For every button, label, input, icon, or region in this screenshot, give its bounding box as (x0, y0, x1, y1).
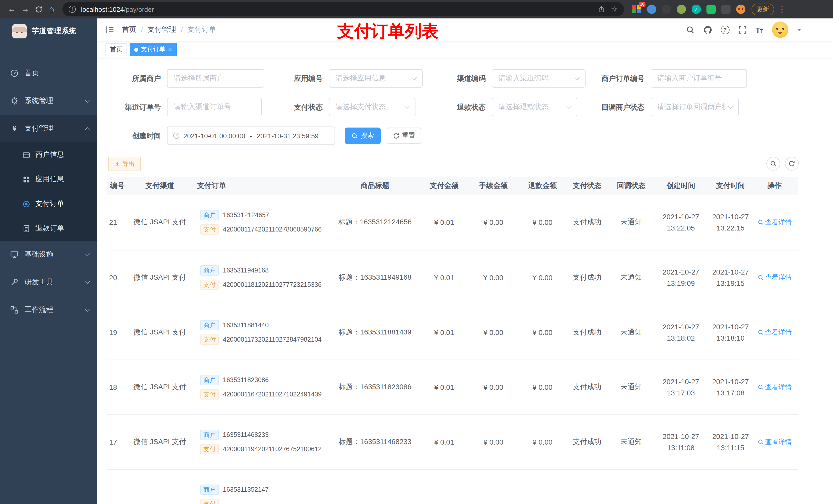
merchant-tag: 商户 (200, 484, 219, 495)
github-icon[interactable] (703, 25, 712, 34)
tags-view-bar: 首页 支付订单× (97, 41, 833, 58)
extension-dark-circle-icon[interactable] (662, 5, 671, 14)
sidebar-item-system[interactable]: 系统管理 (0, 87, 97, 115)
breadcrumb-pay-manage[interactable]: 支付管理 (147, 25, 176, 34)
export-button[interactable]: 导出 (108, 157, 141, 171)
sidebar-item-label: 工作流程 (25, 305, 53, 314)
app-title: 芋道管理系统 (32, 27, 76, 36)
sidebar-item-label: 退款订单 (35, 224, 64, 233)
callback-status-select[interactable]: 请选择订单回调商户状态 (651, 98, 739, 116)
table-row: 19 微信 JSAPI 支付 商户1635311881440支付42000011… (107, 305, 798, 360)
pay-transaction-no: 4200001167202110271022491439 (223, 390, 322, 398)
gear-icon (10, 97, 19, 105)
pay-tag: 支付 (200, 444, 219, 454)
pay-amount-cell: ¥ 0.01 (423, 360, 466, 414)
column-header-4: 支付金额 (423, 177, 466, 195)
pay-status-cell: 支付成功 (564, 250, 610, 305)
chevron-down-icon (85, 97, 90, 102)
browser-back-icon[interactable]: ← (5, 3, 19, 16)
pay-time-cell: 2021-10-2713:11:15 (710, 414, 752, 469)
create-time-range-input[interactable]: 2021-10-01 00:00:00-2021-10-31 23:59:59 (167, 126, 335, 145)
merchant-order-no: 1635311352147 (223, 486, 269, 493)
extension-chat-icon[interactable] (707, 5, 716, 14)
search-button[interactable]: 搜索 (345, 127, 381, 144)
table-row: 20 微信 JSAPI 支付 商户1635311949168支付42000011… (107, 250, 798, 305)
breadcrumb-home[interactable]: 首页 (122, 25, 136, 34)
merchant-order-no-input[interactable]: 请输入商户订单编号 (651, 69, 747, 88)
column-header-11: 操作 (752, 177, 798, 195)
merchant-tag: 商户 (200, 320, 219, 330)
address-bar[interactable]: i localhost:1024/pay/order ☆ (63, 2, 624, 16)
order-id-cell: 21 (107, 195, 127, 250)
close-icon[interactable]: × (168, 46, 172, 53)
sidebar-item-pay-order[interactable]: 支付订单 (0, 192, 97, 216)
tab-pay-order[interactable]: 支付订单× (129, 43, 176, 56)
sidebar-item-infrastructure[interactable]: 基础设施 (0, 241, 97, 268)
refresh-table-button[interactable] (785, 157, 799, 171)
channel-order-no-input[interactable]: 请输入渠道订单号 (167, 98, 262, 116)
sidebar-fold-icon[interactable] (105, 25, 115, 34)
yen-icon: ¥ (10, 124, 19, 133)
app-no-label: 应用编号 (267, 69, 329, 88)
sidebar-item-merchant-info[interactable]: 商户信息 (0, 142, 97, 167)
bookmark-star-icon[interactable]: ☆ (611, 5, 618, 14)
sidebar-item-payment[interactable]: ¥支付管理 (0, 115, 97, 142)
dashboard-icon (10, 69, 19, 77)
share-icon[interactable] (598, 6, 605, 13)
user-avatar[interactable] (772, 22, 788, 38)
browser-menu-icon[interactable]: ⋮ (778, 5, 786, 14)
document-icon (23, 224, 30, 232)
search-icon[interactable] (686, 25, 694, 34)
fullscreen-icon[interactable] (738, 25, 747, 34)
tab-home[interactable]: 首页 (105, 43, 127, 56)
merchant-label: 所属商户 (105, 69, 167, 88)
extension-square-icon[interactable] (721, 5, 731, 14)
browser-forward-icon[interactable]: → (19, 3, 32, 16)
extension-blue-drop-icon[interactable] (647, 5, 656, 14)
refund-status-select[interactable]: 请选择退款状态 (492, 98, 577, 116)
sidebar-item-label: 支付订单 (35, 199, 64, 209)
browser-home-icon[interactable]: ⌂ (45, 3, 58, 16)
view-detail-link[interactable]: 查看详情 (757, 218, 792, 227)
url-text[interactable]: localhost:1024/pay/order (81, 5, 598, 13)
create-time-cell: 2021-10-2713:19:09 (652, 250, 710, 305)
view-detail-link[interactable]: 查看详情 (757, 273, 792, 282)
font-size-icon[interactable]: TT (755, 25, 763, 34)
profile-avatar[interactable] (736, 5, 745, 14)
product-title-cell: 标题：1635312124656 (327, 195, 423, 250)
help-icon[interactable]: ? (720, 25, 729, 34)
channel-code-select[interactable]: 请输入渠道编码 (492, 69, 586, 88)
view-detail-link[interactable]: 查看详情 (757, 328, 792, 337)
app-no-select[interactable]: 请选择应用信息 (329, 69, 423, 88)
pay-transaction-no: 4200001173202110272847982104 (223, 336, 322, 343)
app-logo[interactable]: 芋道管理系统 (0, 19, 97, 44)
sidebar-item-dev-tools[interactable]: 研发工具 (0, 268, 97, 296)
product-title-cell: 标题：1635311881439 (327, 305, 423, 360)
extension-grid-icon[interactable]: 10 (632, 5, 641, 14)
toggle-search-button[interactable] (766, 157, 780, 171)
table-row: 18 微信 JSAPI 支付 商户1635311823086支付42000011… (107, 360, 798, 414)
chevron-down-icon (85, 306, 90, 311)
browser-refresh-icon[interactable] (32, 3, 45, 16)
extension-green-circle-icon[interactable] (677, 5, 686, 14)
sidebar-item-refund-order[interactable]: 退款订单 (0, 216, 97, 241)
extension-check-icon[interactable]: ✓ (692, 5, 701, 14)
reset-button[interactable]: 重置 (387, 127, 421, 144)
sidebar-item-label: 基础设施 (25, 250, 53, 259)
merchant-input[interactable]: 请选择所属商户 (167, 69, 264, 88)
extensions-area: 10 ✓ (632, 5, 745, 14)
pay-order-cell: 商户1635311881440支付42000011732021102728479… (192, 305, 327, 360)
refund-status-label: 退款状态 (430, 98, 492, 116)
view-detail-link[interactable]: 查看详情 (757, 437, 792, 447)
action-cell: 查看详情 (752, 250, 798, 305)
chrome-update-button[interactable]: 更新 (752, 3, 774, 15)
site-info-icon[interactable]: i (69, 6, 76, 13)
sidebar-item-home[interactable]: 首页 (0, 59, 97, 87)
svg-text:¥: ¥ (13, 125, 16, 132)
chevron-down-icon[interactable] (797, 28, 801, 31)
sidebar-item-app-info[interactable]: 应用信息 (0, 167, 97, 192)
view-detail-link[interactable]: 查看详情 (757, 382, 792, 391)
order-id-cell: 18 (107, 360, 127, 414)
sidebar-item-workflow[interactable]: 工作流程 (0, 296, 97, 324)
pay-status-select[interactable]: 请选择支付状态 (329, 98, 415, 116)
